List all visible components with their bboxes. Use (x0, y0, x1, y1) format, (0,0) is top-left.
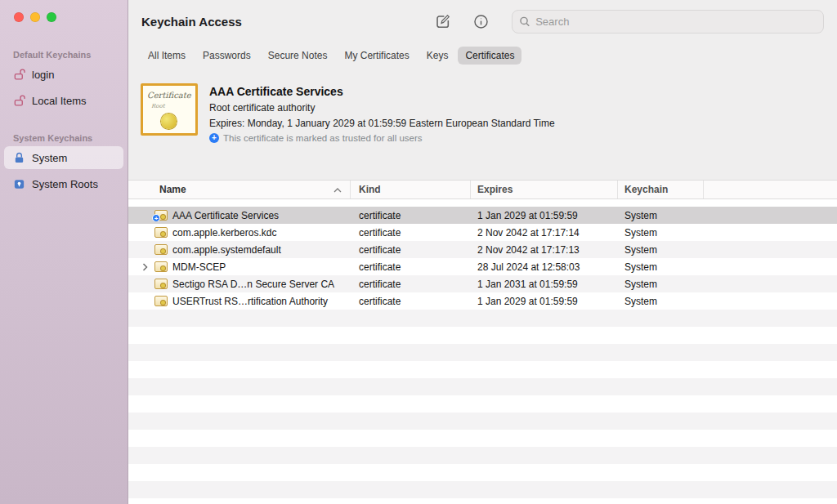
zoom-button[interactable] (47, 12, 56, 22)
certificate-title: AAA Certificate Services (209, 85, 555, 98)
certificate-icon (154, 261, 168, 272)
certificate-icon: + (154, 210, 168, 221)
table-row[interactable]: MDM-SCEP certificate 28 Jul 2024 at 12:5… (128, 258, 837, 275)
disclosure-chevron-icon[interactable] (141, 263, 150, 271)
certificate-list: + AAA Certificate Services certificate 1… (128, 207, 837, 310)
table-row[interactable]: com.apple.systemdefault certificate 2 No… (128, 241, 837, 258)
certificate-icon (154, 296, 168, 306)
toolbar: Keychain Access (128, 0, 837, 42)
certificate-expiry: Expires: Monday, 1 January 2029 at 01:59… (209, 118, 555, 129)
search-field[interactable] (512, 10, 824, 33)
trust-note: + This certificate is marked as trusted … (209, 133, 555, 143)
sidebar-section-default-keychains: Default Keychains (13, 50, 128, 60)
unlocked-padlock-icon (12, 94, 25, 107)
locked-padlock-icon (12, 151, 25, 164)
window-title: Keychain Access (141, 15, 242, 29)
compose-icon (434, 12, 452, 30)
certificate-detail-header: Certificate Root AAA Certificate Service… (128, 69, 837, 180)
sidebar-item-label: login (32, 69, 54, 81)
sidebar: Default Keychains login Local Items Syst… (0, 0, 128, 504)
sidebar-item-label: System Roots (32, 178, 98, 190)
tab-my-certificates[interactable]: My Certificates (337, 47, 416, 65)
tab-all-items[interactable]: All Items (141, 47, 193, 65)
column-header-keychain[interactable]: Keychain (618, 181, 704, 198)
column-header-expires[interactable]: Expires (471, 181, 618, 198)
table-spacer (128, 199, 837, 207)
table-row[interactable]: Sectigo RSA D…n Secure Server CA certifi… (128, 275, 837, 292)
sidebar-item-label: Local Items (32, 95, 86, 107)
minimize-button[interactable] (30, 12, 40, 22)
new-item-button[interactable] (432, 10, 454, 33)
certificate-icon (154, 244, 168, 255)
table-header: Name Kind Expires Keychain (128, 180, 837, 199)
unlocked-padlock-icon (12, 68, 25, 81)
certificate-subtitle: Root certificate authority (209, 102, 555, 114)
sidebar-item-system-roots[interactable]: System Roots (4, 172, 123, 195)
sidebar-item-local-items[interactable]: Local Items (4, 89, 123, 112)
empty-rows-area (128, 310, 837, 504)
main-content: Keychain Access (128, 0, 837, 504)
column-header-name[interactable]: Name (128, 181, 351, 198)
trusted-badge-icon: + (209, 133, 219, 143)
tab-certificates[interactable]: Certificates (458, 47, 521, 65)
close-button[interactable] (14, 12, 24, 22)
certificate-icon (154, 227, 168, 238)
info-icon (472, 13, 490, 30)
table-row[interactable]: + AAA Certificate Services certificate 1… (128, 207, 837, 224)
certificate-seal (161, 114, 177, 129)
column-header-kind[interactable]: Kind (351, 181, 471, 198)
tab-secure-notes[interactable]: Secure Notes (261, 47, 335, 65)
tab-passwords[interactable]: Passwords (195, 47, 258, 65)
traffic-lights (0, 0, 128, 22)
category-tabs: All Items Passwords Secure Notes My Cert… (128, 42, 837, 69)
column-header-blank (704, 181, 837, 198)
sort-ascending-icon (333, 188, 342, 193)
tab-keys[interactable]: Keys (419, 47, 456, 65)
sidebar-section-system-keychains: System Keychains (13, 133, 128, 143)
table-row[interactable]: USERTrust RS…rtification Authority certi… (128, 292, 837, 310)
sidebar-item-label: System (32, 152, 67, 164)
sidebar-item-login[interactable]: login (4, 63, 123, 86)
trusted-plus-badge-icon: + (152, 214, 160, 221)
certificate-image: Certificate Root (141, 83, 198, 136)
search-icon (519, 16, 530, 28)
certificate-icon (154, 279, 168, 289)
keychain-access-window: Default Keychains login Local Items Syst… (0, 0, 837, 504)
table-row[interactable]: com.apple.kerberos.kdc certificate 2 Nov… (128, 224, 837, 241)
safe-lock-icon (12, 177, 25, 190)
sidebar-item-system[interactable]: System (4, 146, 123, 169)
search-input[interactable] (535, 16, 817, 28)
info-button[interactable] (469, 10, 492, 33)
